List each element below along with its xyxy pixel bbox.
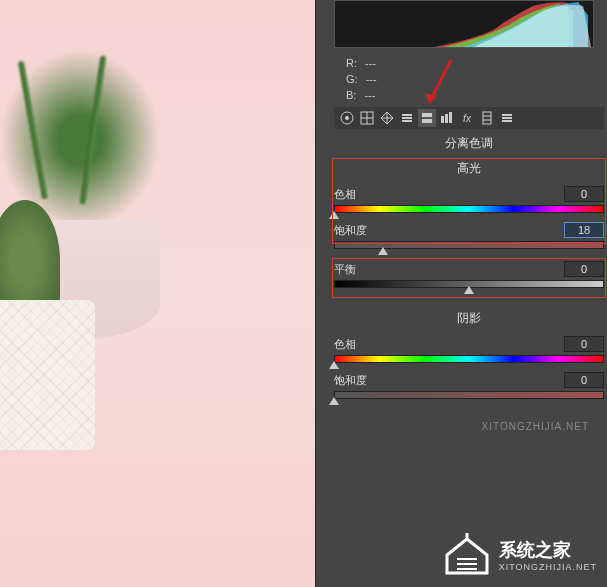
svg-rect-18 <box>502 120 512 122</box>
histogram[interactable] <box>334 0 594 48</box>
basic-tab-icon[interactable] <box>338 109 356 127</box>
highlights-section: 高光 色相 0 饱和度 18 <box>334 160 604 257</box>
highlights-sat-label: 饱和度 <box>334 223 384 238</box>
balance-value[interactable]: 0 <box>564 261 604 277</box>
r-label: R: <box>346 55 357 71</box>
watermark-text: XITONGZHIJIA.NET <box>482 421 590 432</box>
g-label: G: <box>346 71 358 87</box>
svg-rect-16 <box>502 114 512 116</box>
shadows-hue-label: 色相 <box>334 337 384 352</box>
svg-rect-9 <box>422 119 432 123</box>
lens-tab-icon[interactable] <box>438 109 456 127</box>
balance-section: 平衡 0 <box>334 260 604 296</box>
fx-tab-icon[interactable]: fx <box>458 109 476 127</box>
highlights-hue-value[interactable]: 0 <box>564 186 604 202</box>
presets-tab-icon[interactable] <box>498 109 516 127</box>
logo-subtext: XITONGZHIJIA.NET <box>499 562 597 572</box>
shadows-sat-value[interactable]: 0 <box>564 372 604 388</box>
logo-text: 系统之家 <box>499 538 597 562</box>
annotation-arrow <box>421 55 456 110</box>
svg-rect-6 <box>402 117 412 119</box>
tone-curve-tab-icon[interactable] <box>358 109 376 127</box>
svg-rect-12 <box>449 112 452 123</box>
panel-title: 分离色调 <box>334 135 604 152</box>
shadows-hue-slider[interactable] <box>334 355 604 367</box>
svg-rect-11 <box>445 114 448 123</box>
balance-slider[interactable] <box>334 280 604 292</box>
svg-rect-8 <box>422 113 432 117</box>
hsl-tab-icon[interactable] <box>398 109 416 127</box>
shadows-sat-label: 饱和度 <box>334 373 384 388</box>
b-label: B: <box>346 87 356 103</box>
r-value: --- <box>365 55 376 71</box>
adjustment-tabs: fx <box>334 107 604 129</box>
logo: 系统之家 XITONGZHIJIA.NET <box>443 533 597 577</box>
highlights-hue-slider[interactable] <box>334 205 604 217</box>
highlights-sat-slider[interactable] <box>334 241 604 253</box>
image-canvas <box>0 0 315 587</box>
calibration-tab-icon[interactable] <box>478 109 496 127</box>
highlights-title: 高光 <box>334 160 604 177</box>
shadows-sat-slider[interactable] <box>334 391 604 403</box>
logo-house-icon <box>443 533 491 577</box>
svg-point-1 <box>345 116 349 120</box>
svg-rect-7 <box>402 120 412 122</box>
plant-pot-2 <box>0 200 110 450</box>
b-value: --- <box>364 87 375 103</box>
rgb-readout: R:--- G:--- B:--- <box>346 55 377 103</box>
balance-label: 平衡 <box>334 262 384 277</box>
shadows-section: 阴影 色相 0 饱和度 0 <box>334 310 604 407</box>
shadows-title: 阴影 <box>334 310 604 327</box>
split-toning-tab-icon[interactable] <box>418 109 436 127</box>
svg-rect-5 <box>402 114 412 116</box>
g-value: --- <box>366 71 377 87</box>
detail-tab-icon[interactable] <box>378 109 396 127</box>
adjustments-panel: R:--- G:--- B:--- fx 分离色调 高光 色相 0 饱和度 18 <box>315 0 607 587</box>
shadows-hue-value[interactable]: 0 <box>564 336 604 352</box>
highlights-sat-value[interactable]: 18 <box>564 222 604 238</box>
svg-rect-10 <box>441 116 444 123</box>
highlights-hue-label: 色相 <box>334 187 384 202</box>
svg-rect-17 <box>502 117 512 119</box>
svg-rect-13 <box>483 112 491 124</box>
